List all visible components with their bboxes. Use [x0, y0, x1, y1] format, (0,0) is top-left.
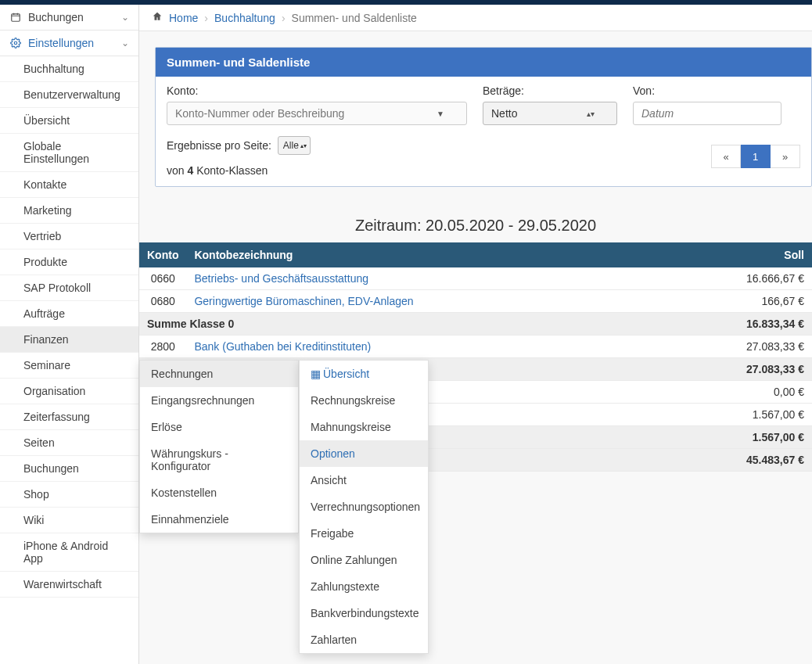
submenu-item[interactable]: Zahlungstexte	[300, 573, 428, 600]
submenu-item[interactable]: ▦Übersicht	[300, 361, 428, 387]
konto-link[interactable]: Betriebs- und Geschäftsausstattung	[194, 272, 368, 285]
sidebar-item[interactable]: Wiki	[0, 508, 138, 533]
caret-down-icon: ▼	[437, 109, 444, 118]
zeitraum: Zeitraum: 20.05.2020 - 29.05.2020	[139, 203, 812, 242]
th-bez[interactable]: Kontobezeichnung	[186, 242, 702, 267]
caret-updown-icon: ▴▾	[587, 109, 595, 118]
sidebar-item[interactable]: Buchungen	[0, 456, 138, 482]
submenu-item[interactable]: Mahnungskreise	[300, 414, 428, 440]
panel-title: Summen- und Saldenliste	[156, 48, 811, 77]
perpage-select[interactable]: Alle ▴▾	[278, 136, 311, 155]
perpage-label: Ergebnisse pro Seite:	[167, 139, 271, 152]
home-icon	[152, 11, 163, 24]
von-label: Von:	[633, 84, 781, 97]
submenu-item[interactable]: Eingangsrechnungen	[140, 387, 298, 414]
breadcrumb: Home Buchhaltung Summen- und Saldenliste	[139, 5, 812, 31]
sidebar-item[interactable]: Buchhaltung	[0, 56, 138, 82]
sidebar-section-label: Buchungen	[28, 11, 84, 23]
svg-rect-0	[12, 14, 20, 21]
sidebar-section-einstellungen[interactable]: Einstellungen ⌄	[0, 31, 138, 56]
sidebar-item[interactable]: Vertrieb	[0, 224, 138, 249]
submenu-item[interactable]: Rechnungen	[140, 361, 298, 387]
sidebar-item[interactable]: Benutzerverwaltung	[0, 82, 138, 108]
pager-page[interactable]: 1	[741, 145, 771, 168]
sidebar-section-label: Einstellungen	[28, 37, 94, 49]
pager-prev[interactable]: «	[711, 145, 741, 168]
table-row: Summe Klasse 016.833,34 €	[139, 313, 812, 336]
sidebar-item[interactable]: SAP Protokoll	[0, 275, 138, 301]
table-row: 2800Bank (Guthaben bei Kreditinstituten)…	[139, 336, 812, 358]
finanzen-submenu: RechnungenEingangsrechnungenErlöseWährun…	[139, 360, 299, 533]
konto-placeholder: Konto-Nummer oder Beschreibung	[175, 107, 344, 120]
klass-count: von 4 Konto-Klassen	[167, 161, 418, 177]
pager: « 1 »	[711, 145, 800, 168]
sidebar-item[interactable]: Übersicht	[0, 108, 138, 134]
grid-icon: ▦	[311, 368, 320, 380]
submenu-item[interactable]: Zahlarten	[300, 626, 428, 653]
calendar-icon	[9, 11, 22, 23]
submenu-item[interactable]: Kostenstellen	[140, 479, 298, 506]
caret-updown-icon: ▴▾	[300, 142, 307, 149]
th-konto[interactable]: Konto	[139, 242, 186, 267]
submenu-item[interactable]: Freigabe	[300, 520, 428, 547]
pager-next[interactable]: »	[771, 145, 800, 168]
panel: Summen- und Saldenliste Konto: Konto-Num…	[155, 47, 812, 187]
konto-link[interactable]: Bank (Guthaben bei Kreditinstituten)	[194, 340, 371, 353]
sidebar-section-buchungen[interactable]: Buchungen ⌄	[0, 5, 138, 31]
sidebar-item[interactable]: Finanzen	[0, 327, 138, 353]
betraege-label: Beträge:	[483, 84, 617, 97]
submenu-item[interactable]: Erlöse	[140, 414, 298, 440]
sidebar-item[interactable]: Organisation	[0, 379, 138, 404]
table-row: 0660Betriebs- und Geschäftsausstattung16…	[139, 267, 812, 290]
submenu-item[interactable]: Einnahmenziele	[140, 506, 298, 533]
chevron-down-icon: ⌄	[121, 12, 129, 23]
submenu-item[interactable]: Bankverbindungstexte	[300, 600, 428, 626]
konto-link[interactable]: Geringwertige Büromaschinen, EDV-Anlagen	[194, 295, 413, 307]
sidebar-item[interactable]: Kontakte	[0, 172, 138, 198]
rechnungen-submenu: ▦ÜbersichtRechnungskreiseMahnungskreiseO…	[299, 360, 429, 654]
submenu-item[interactable]: Ansicht	[300, 467, 428, 494]
breadcrumb-l3: Summen- und Saldenliste	[292, 12, 417, 24]
sidebar-item[interactable]: Zeiterfassung	[0, 404, 138, 430]
breadcrumb-sep	[204, 12, 208, 24]
breadcrumb-l2[interactable]: Buchhaltung	[214, 12, 275, 24]
sidebar-item[interactable]: Globale Einstellungen	[0, 134, 138, 172]
submenu-item[interactable]: Rechnungskreise	[300, 387, 428, 414]
sidebar-item[interactable]: Seminare	[0, 353, 138, 379]
sidebar-item[interactable]: Marketing	[0, 198, 138, 224]
sidebar-item[interactable]: Shop	[0, 482, 138, 508]
gear-icon	[9, 37, 22, 49]
betraege-value: Netto	[491, 107, 517, 120]
table-row: 0680Geringwertige Büromaschinen, EDV-Anl…	[139, 290, 812, 313]
th-soll[interactable]: Soll	[702, 242, 812, 267]
breadcrumb-sep	[282, 12, 286, 24]
sidebar-item[interactable]: iPhone & Android App	[0, 533, 138, 572]
main-content: Home Buchhaltung Summen- und Saldenliste…	[139, 5, 812, 664]
submenu-item[interactable]: Online Zahlungen	[300, 547, 428, 573]
betraege-select[interactable]: Netto ▴▾	[483, 102, 617, 125]
konto-select[interactable]: Konto-Nummer oder Beschreibung ▼	[167, 102, 467, 125]
submenu-item[interactable]: Währungskurs - Konfigurator	[140, 440, 298, 479]
sidebar: Buchungen ⌄ Einstellungen ⌄ BuchhaltungB…	[0, 5, 139, 664]
von-input[interactable]	[633, 102, 781, 125]
breadcrumb-home[interactable]: Home	[169, 12, 198, 24]
sidebar-item[interactable]: Seiten	[0, 430, 138, 456]
sidebar-item[interactable]: Aufträge	[0, 301, 138, 327]
konto-label: Konto:	[167, 84, 467, 97]
sidebar-item[interactable]: Produkte	[0, 249, 138, 275]
submenu-item[interactable]: Optionen	[300, 440, 428, 467]
svg-point-1	[14, 41, 17, 45]
submenu-item[interactable]: Verrechnungsoptionen	[300, 494, 428, 520]
chevron-down-icon: ⌄	[121, 38, 129, 48]
sidebar-item[interactable]: Warenwirtschaft	[0, 572, 138, 598]
